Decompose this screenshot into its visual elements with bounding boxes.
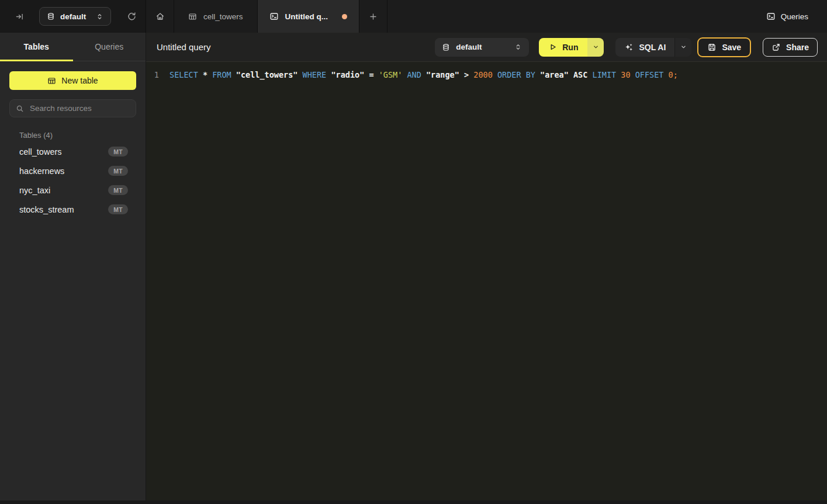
code-token: LIMIT — [593, 70, 621, 79]
run-button-label: Run — [562, 43, 578, 52]
code-token: ASC — [573, 70, 593, 79]
tab-strip: cell_towers Untitled q... Queries — [146, 0, 827, 33]
tab-label: cell_towers — [203, 12, 243, 21]
table-list: cell_towers MT hackernews MT nyc_taxi MT… — [0, 142, 146, 219]
code-line-content[interactable]: SELECT * FROM "cell_towers" WHERE "radio… — [169, 69, 678, 81]
chevron-updown-icon — [514, 43, 522, 51]
tab-home[interactable] — [146, 0, 174, 33]
body: Tables Queries New table Tables (4) cell… — [0, 33, 827, 504]
tab-label: Untitled q... — [285, 12, 328, 21]
table-list-item[interactable]: stocks_stream MT — [0, 200, 146, 219]
top-bar-left: default — [0, 0, 146, 33]
code-token: FROM — [212, 70, 236, 79]
search-icon — [16, 105, 24, 113]
table-engine-badge: MT — [108, 147, 128, 157]
collapse-sidebar-button[interactable] — [11, 8, 27, 25]
code-token: WHERE — [303, 70, 331, 79]
database-selector[interactable]: default — [39, 7, 111, 26]
code-token: ; — [673, 70, 678, 79]
query-toolbar: Untitled query default — [146, 33, 827, 62]
code-token: ORDER BY — [497, 70, 540, 79]
sql-ai-label: SQL AI — [639, 43, 666, 52]
sidebar-tab-queries[interactable]: Queries — [73, 33, 146, 61]
code-token: 0 — [669, 70, 673, 79]
save-button-label: Save — [722, 43, 741, 52]
query-title[interactable]: Untitled query — [157, 42, 211, 52]
play-icon — [548, 43, 557, 51]
refresh-icon — [127, 12, 137, 22]
plus-icon — [369, 12, 378, 21]
app-window: default cell_towers — [0, 0, 827, 504]
new-table-label: New table — [61, 76, 98, 85]
code-token: "area" — [540, 70, 573, 79]
top-bar: default cell_towers — [0, 0, 827, 33]
sql-ai-button-group: SQL AI — [615, 38, 691, 57]
query-database-selector[interactable]: default — [435, 38, 529, 57]
tab-untitled-query[interactable]: Untitled q... — [258, 0, 360, 33]
table-engine-badge: MT — [108, 166, 128, 176]
refresh-button[interactable] — [123, 8, 140, 25]
collapse-sidebar-icon — [15, 12, 24, 21]
unsaved-changes-dot — [342, 14, 347, 19]
share-icon — [771, 43, 781, 52]
chevron-down-icon — [593, 44, 599, 50]
code-token: 'GSM' — [379, 70, 407, 79]
sql-ai-options-button[interactable] — [674, 38, 691, 57]
database-selector-value: default — [60, 12, 86, 21]
tables-section-label: Tables (4) — [19, 131, 128, 140]
queries-panel-button[interactable]: Queries — [763, 0, 812, 33]
new-table-button[interactable]: New table — [9, 71, 136, 90]
table-name: cell_towers — [19, 147, 62, 157]
code-token: OFFSET — [635, 70, 669, 79]
save-icon — [707, 43, 717, 52]
chevron-updown-icon — [96, 13, 103, 20]
table-engine-badge: MT — [108, 204, 128, 215]
query-icon — [269, 12, 279, 21]
sidebar-tabs: Tables Queries — [0, 33, 146, 61]
home-icon — [155, 12, 165, 21]
sparkles-icon — [624, 43, 634, 52]
table-icon — [188, 12, 197, 21]
search-box[interactable] — [9, 99, 136, 117]
code-token: > — [464, 70, 473, 79]
code-token: SELECT — [169, 70, 203, 79]
code-token: * — [203, 70, 212, 79]
table-engine-badge: MT — [108, 185, 128, 196]
table-list-item[interactable]: nyc_taxi MT — [0, 180, 146, 200]
run-options-button[interactable] — [587, 38, 604, 57]
search-input[interactable] — [29, 103, 130, 113]
sql-editor[interactable]: 1 SELECT * FROM "cell_towers" WHERE "rad… — [146, 62, 827, 504]
query-icon — [766, 12, 776, 21]
table-name: stocks_stream — [19, 205, 74, 214]
run-button-group: Run — [539, 38, 604, 57]
table-icon — [47, 77, 56, 85]
table-name: nyc_taxi — [19, 186, 50, 195]
window-bottom-edge — [0, 500, 827, 504]
sql-ai-button[interactable]: SQL AI — [615, 38, 674, 57]
query-database-value: default — [456, 43, 482, 51]
sidebar-tab-tables[interactable]: Tables — [0, 33, 73, 61]
queries-button-label: Queries — [781, 12, 808, 21]
main-panel: Untitled query default — [146, 33, 827, 504]
new-tab-button[interactable] — [359, 0, 387, 33]
code-token: "radio" — [331, 70, 369, 79]
code-token: "cell_towers" — [236, 70, 303, 79]
table-list-item[interactable]: cell_towers MT — [0, 142, 146, 161]
line-number: 1 — [146, 69, 159, 81]
code-token: = — [369, 70, 378, 79]
tab-cell-towers[interactable]: cell_towers — [174, 0, 258, 33]
code-token: 30 — [621, 70, 635, 79]
sidebar: Tables Queries New table Tables (4) cell… — [0, 33, 146, 504]
share-button[interactable]: Share — [763, 38, 818, 57]
code-token: "range" — [426, 70, 464, 79]
share-button-label: Share — [786, 43, 809, 52]
table-name: hackernews — [19, 166, 64, 176]
save-button[interactable]: Save — [697, 37, 751, 57]
code-token: 2000 — [473, 70, 497, 79]
database-icon — [47, 12, 55, 20]
table-list-item[interactable]: hackernews MT — [0, 161, 146, 180]
code-token: AND — [407, 70, 426, 79]
chevron-down-icon — [680, 44, 687, 50]
code-line: 1 SELECT * FROM "cell_towers" WHERE "rad… — [146, 69, 827, 81]
run-button[interactable]: Run — [539, 38, 587, 57]
